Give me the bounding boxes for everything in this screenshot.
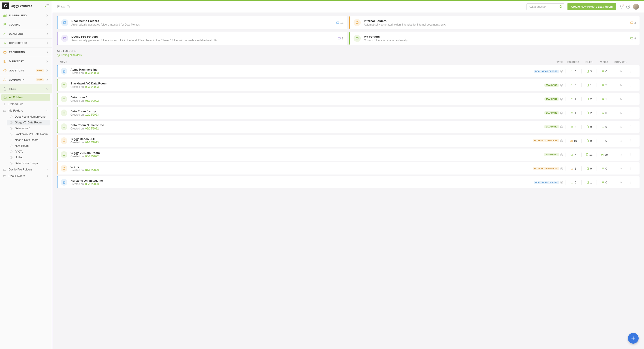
row-menu-button[interactable] (630, 167, 636, 170)
row-subtitle: Created on: 01/20/2023 (70, 141, 527, 144)
file-icon (586, 84, 589, 87)
subnav-nested-item[interactable]: Data room 5 (7, 125, 52, 131)
info-icon[interactable] (560, 139, 563, 142)
svg-point-80 (603, 168, 604, 169)
subnav-nested-item[interactable]: Data Room Numero Uno (7, 114, 52, 120)
info-icon[interactable] (560, 125, 563, 128)
table-row[interactable]: Acme Hammers IncCreated on: 02/24/2023DE… (57, 65, 640, 77)
subnav-nested-item[interactable]: Data Room 5 copy (7, 160, 52, 166)
info-icon[interactable] (560, 167, 563, 170)
users-icon (602, 125, 604, 128)
subnav-nested-item[interactable]: Giggy VC Data Room (7, 120, 50, 125)
subnav-my-folders[interactable]: My Folders (0, 107, 52, 114)
subnav-decile-pro[interactable]: Decile Pro Folders (0, 166, 52, 173)
row-copy-url[interactable] (612, 125, 630, 129)
row-visits: 0 (596, 166, 612, 171)
card-decile-pro[interactable]: Decile Pro Folders Automatically generat… (57, 32, 347, 45)
row-visits: 0 (596, 111, 612, 115)
table-row[interactable]: Blackhawk VC Data RoomCreated on: 02/09/… (57, 79, 640, 91)
row-menu-button[interactable] (630, 97, 636, 101)
card-my-folders[interactable]: My Folders Custom folders for sharing ex… (349, 32, 640, 45)
row-copy-url[interactable] (612, 97, 630, 101)
row-copy-url[interactable] (612, 139, 630, 143)
subnav-all-folders[interactable]: All Folders (1, 94, 50, 101)
file-icon (586, 153, 588, 156)
table-row[interactable]: Data Room 5 copyCreated on: 10/26/2023ST… (57, 107, 640, 119)
subnav-deal-folders[interactable]: Deal Folders (0, 173, 52, 179)
row-menu-button[interactable] (630, 84, 636, 87)
row-subtitle: Created on: 05/18/2023 (70, 183, 527, 186)
card-count: 11 (336, 21, 344, 25)
nav-files[interactable]: FILES (0, 85, 52, 93)
row-copy-url[interactable] (612, 167, 630, 170)
nav-closing[interactable]: CLOSING (0, 20, 52, 29)
subnav-nested-item[interactable]: PACTs (7, 149, 52, 155)
subnav-nested-item[interactable]: New Room (7, 143, 52, 149)
link-icon (620, 125, 622, 128)
link-icon (3, 41, 7, 45)
info-icon (57, 54, 60, 57)
nav-recruiting[interactable]: RECRUITING (0, 48, 52, 57)
subnav-nested-item[interactable]: Blackhawk VC Data Room (7, 131, 52, 137)
table-row[interactable]: Giggy Manco LLCCreated on: 01/20/2023INT… (57, 135, 640, 147)
info-icon[interactable] (560, 70, 563, 73)
table-row[interactable]: Giggy VC Data RoomCreated on: 03/02/2022… (57, 149, 640, 161)
row-copy-url[interactable] (612, 181, 630, 184)
row-copy-url[interactable] (612, 70, 630, 73)
row-main: Horizons Unlimited, IncCreated on: 05/18… (70, 179, 527, 186)
folder-small-icon (630, 37, 633, 40)
nav-connectors[interactable]: CONNECTORS (0, 39, 52, 48)
row-title: Giggy VC Data Room (70, 151, 527, 155)
more-vertical-icon (630, 139, 630, 142)
info-icon[interactable] (560, 112, 563, 115)
row-copy-url[interactable] (612, 83, 630, 87)
row-menu-button[interactable] (630, 70, 636, 73)
link-icon (620, 181, 622, 184)
row-menu-button[interactable] (630, 139, 636, 142)
info-icon[interactable] (560, 84, 563, 87)
table-row[interactable]: Horizons Unlimited, IncCreated on: 05/18… (57, 176, 640, 188)
info-icon[interactable] (560, 181, 563, 184)
user-avatar[interactable] (633, 4, 639, 10)
fab-add-button[interactable] (628, 333, 639, 344)
subnav-nested-item[interactable]: Noah's Data Room (7, 137, 52, 143)
nav-questions[interactable]: QUESTIONS BETA (0, 66, 52, 75)
sidebar-collapse-button[interactable] (44, 5, 50, 7)
svg-rect-20 (356, 22, 358, 24)
more-vertical-icon (630, 84, 630, 87)
users-icon (602, 167, 604, 170)
card-internal[interactable]: Internal Folders Automatically generated… (349, 16, 640, 29)
table-row[interactable]: G SPVCreated on: 01/20/2023INTERNAL FIRM… (57, 162, 640, 175)
help-icon[interactable] (626, 5, 630, 9)
svg-point-79 (602, 168, 603, 169)
folder-open-icon (4, 96, 7, 99)
row-menu-button[interactable] (630, 125, 636, 128)
nav-directory[interactable]: DIRECTORY (0, 57, 52, 66)
nav-community[interactable]: COMMUNITY BETA (0, 75, 52, 84)
create-folder-button[interactable]: Create New Folder / Data Room (568, 3, 616, 10)
notifications-button[interactable] (620, 5, 624, 9)
info-icon[interactable] (560, 153, 563, 156)
users-icon (3, 78, 7, 82)
row-menu-button[interactable] (630, 153, 636, 156)
search-input[interactable] (526, 3, 564, 10)
svg-rect-77 (63, 168, 65, 169)
clock-icon (10, 162, 12, 165)
clock-icon (10, 145, 12, 147)
table-row[interactable]: Data room 5Created on: 05/09/2022STANDAR… (57, 93, 640, 105)
table-row[interactable]: Data Room Numero UnoCreated on: 02/25/20… (57, 121, 640, 133)
subnav-nested-item[interactable]: Unfiled (7, 155, 52, 160)
info-icon[interactable] (67, 5, 70, 8)
info-icon[interactable] (560, 98, 563, 101)
row-copy-url[interactable] (612, 153, 630, 157)
chevron-right-icon (46, 42, 48, 44)
row-menu-button[interactable] (630, 181, 636, 184)
svg-point-4 (5, 79, 6, 80)
card-deal-memo[interactable]: Deal Memo Folders Automatically generate… (57, 16, 347, 29)
chevron-right-icon (46, 60, 48, 63)
nav-fundraising[interactable]: FUNDRAISING (0, 11, 52, 20)
subnav-upload-file[interactable]: Upload File (0, 101, 52, 107)
nav-dealflow[interactable]: DEALFLOW (0, 29, 52, 38)
row-menu-button[interactable] (630, 111, 636, 115)
row-copy-url[interactable] (612, 111, 630, 115)
